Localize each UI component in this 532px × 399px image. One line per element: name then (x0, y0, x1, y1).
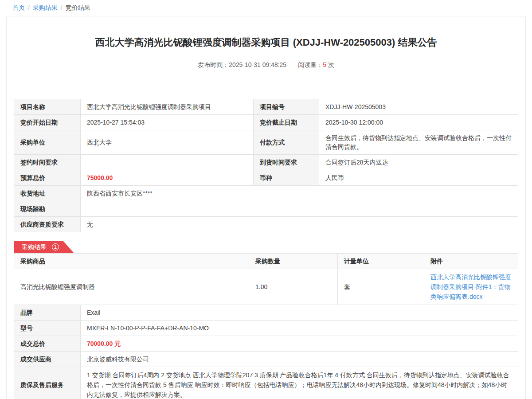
model-label: 型号 (14, 321, 81, 336)
breadcrumb: 首页/采购结果/竞价结果 (0, 0, 532, 12)
product-name: 高消光比铌酸锂强度调制器 (14, 269, 249, 305)
supplier-label: 成交供应商 (14, 352, 81, 367)
address-value: 陕西省西安市长安区**** (81, 186, 518, 201)
views-label: 阅读量： (298, 61, 323, 68)
table-row: 预算总价 75000.00 币种 人民币 (14, 170, 518, 186)
table-row: 质保及售后服务 1 交货期 合同签订后4周内 2 交货地点 西北大学物理学院20… (14, 367, 518, 399)
bid-start-label: 竞价开始日期 (14, 115, 81, 130)
breadcrumb-separator: / (28, 4, 30, 11)
publish-time-label: 发布时间： (198, 61, 229, 68)
warranty-value: 1 交货期 合同签订后4周内 2 交货地点 西北大学物理学院207 3 质保期 … (81, 367, 518, 399)
payment-label: 付款方式 (254, 130, 319, 155)
bid-start-value: 2025-10-27 15:54:03 (81, 115, 254, 130)
project-name-value: 西北大学高消光比铌酸锂强度调制器采购项目 (81, 99, 254, 115)
site-survey-label: 现场踏勘 (14, 201, 81, 217)
table-row: 品牌 Exail (14, 305, 518, 321)
article-meta: 发布时间：2025-10-31 09:48:25阅读量：5 次 (14, 61, 518, 80)
currency-label: 币种 (254, 170, 319, 186)
purchase-result-tag: 采购结果 1 (14, 241, 74, 253)
purchase-result-count-badge: 1 (52, 243, 59, 250)
page-title: 西北大学高消光比铌酸锂强度调制器采购项目 (XDJJ-HW-202505003)… (14, 36, 518, 49)
site-survey-value (81, 201, 518, 217)
table-row: 成交总价 70000.00 元 (14, 336, 518, 352)
views-unit: 次 (328, 61, 334, 68)
bid-end-label: 竞价截止日期 (254, 115, 319, 130)
purchase-result-table: 采购商品 采购数量 计量单位 附件 高消光比铌酸锂强度调制器 1.00 套 西北… (14, 253, 518, 399)
breadcrumb-home-link[interactable]: 首页 (12, 4, 25, 11)
announcement-card: 西北大学高消光比铌酸锂强度调制器采购项目 (XDJJ-HW-202505003)… (6, 16, 526, 399)
project-info-table: 项目名称 西北大学高消光比铌酸锂强度调制器采购项目 项目编号 XDJJ-HW-2… (14, 99, 518, 232)
views-count: 5 (323, 61, 326, 68)
deal-price-value: 70000.00 元 (81, 336, 518, 352)
project-code-value: XDJJ-HW-202505003 (319, 99, 518, 115)
budget-value: 75000.00 (81, 170, 254, 186)
bid-end-value: 2025-10-30 12:00:00 (319, 115, 518, 130)
delivery-time-value: 合同签订后28天内送达 (319, 155, 518, 170)
warranty-label: 质保及售后服务 (14, 367, 81, 399)
project-name-label: 项目名称 (14, 99, 81, 115)
supplier-value: 北京波威科技有限公司 (81, 352, 518, 367)
table-header-row: 采购商品 采购数量 计量单位 附件 (14, 254, 518, 269)
table-row: 收货地址 陕西省西安市长安区**** (14, 186, 518, 201)
brand-label: 品牌 (14, 305, 81, 321)
purchaser-value: 西北大学 (81, 130, 254, 155)
table-row: 型号 MXER-LN-10-00-P-P-FA-FA+DR-AN-10-MO (14, 321, 518, 336)
table-row: 采购单位 西北大学 付款方式 合同生效后，待货物到达指定地点、安装调试验收合格后… (14, 130, 518, 155)
breadcrumb-section-link[interactable]: 采购结果 (33, 4, 58, 11)
currency-value: 人民币 (319, 170, 518, 186)
attachment-header: 附件 (424, 254, 518, 269)
deal-price-label: 成交总价 (14, 336, 81, 352)
delivery-time-label: 到货时间要求 (254, 155, 319, 170)
quantity-header: 采购数量 (249, 254, 338, 269)
payment-value: 合同生效后，待货物到达指定地点、安装调试验收合格后，一次性付清合同货款。 (319, 130, 518, 155)
breadcrumb-separator: / (61, 4, 63, 11)
brand-value: Exail (81, 305, 518, 321)
breadcrumb-current: 竞价结果 (66, 4, 90, 11)
sign-time-label: 签约时间要求 (14, 155, 81, 170)
table-row: 成交供应商 北京波威科技有限公司 (14, 352, 518, 367)
table-row: 高消光比铌酸锂强度调制器 1.00 套 西北大学高消光比铌酸锂强度调制器采购项目… (14, 269, 518, 305)
table-row: 竞价开始日期 2025-10-27 15:54:03 竞价截止日期 2025-1… (14, 115, 518, 130)
purchase-result-tag-label: 采购结果 (22, 243, 47, 250)
attachment-link[interactable]: 西北大学高消光比铌酸锂强度调制器采购项目-附件1：货物类响应偏离表.docx (430, 272, 512, 301)
table-row: 签约时间要求 到货时间要求 合同签订后28天内送达 (14, 155, 518, 170)
sign-time-value (81, 155, 254, 170)
model-value: MXER-LN-10-00-P-P-FA-FA+DR-AN-10-MO (81, 321, 518, 336)
table-row: 现场踏勘 (14, 201, 518, 217)
product-quantity: 1.00 (249, 269, 338, 305)
unit-header: 计量单位 (338, 254, 424, 269)
table-row: 供应商资质要求 无 (14, 217, 518, 232)
budget-label: 预算总价 (14, 170, 81, 186)
qualification-label: 供应商资质要求 (14, 217, 81, 232)
product-header: 采购商品 (14, 254, 249, 269)
publish-time-value: 2025-10-31 09:48:25 (229, 61, 286, 68)
table-row: 项目名称 西北大学高消光比铌酸锂强度调制器采购项目 项目编号 XDJJ-HW-2… (14, 99, 518, 115)
project-code-label: 项目编号 (254, 99, 319, 115)
address-label: 收货地址 (14, 186, 81, 201)
product-unit: 套 (338, 269, 424, 305)
purchaser-label: 采购单位 (14, 130, 81, 155)
qualification-value: 无 (81, 217, 518, 232)
